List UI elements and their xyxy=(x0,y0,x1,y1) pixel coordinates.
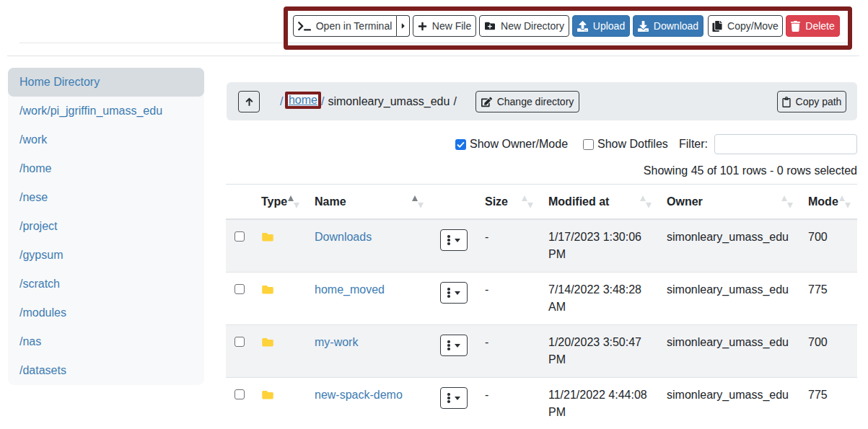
path-breadcrumb-bar: / home / simonleary_umass_edu / Change d… xyxy=(227,82,857,120)
sidebar-item-scratch[interactable]: /scratch xyxy=(8,270,204,298)
column-header-actions xyxy=(430,185,476,220)
file-row: Downloads - 1/17/2023 1:30:06 PM simonle… xyxy=(226,219,857,273)
copy-path-button[interactable]: Copy path xyxy=(777,91,846,112)
file-size: - xyxy=(485,283,488,296)
filter-input[interactable] xyxy=(714,134,857,154)
sidebar-item-modules[interactable]: /modules xyxy=(8,298,204,327)
sidebar-item-datasets[interactable]: /datasets xyxy=(8,356,204,385)
copy-move-label: Copy/Move xyxy=(727,21,779,31)
column-header-name[interactable]: Name xyxy=(306,185,430,220)
row-actions-menu-button[interactable] xyxy=(440,335,468,356)
sidebar-item-nese[interactable]: /nese xyxy=(8,183,204,212)
file-mode: 700 xyxy=(808,231,828,243)
show-owner-mode-checkbox[interactable] xyxy=(455,139,466,150)
download-button[interactable]: Download xyxy=(633,15,703,37)
caret-down-icon xyxy=(455,344,460,348)
sort-arrows-icon xyxy=(839,195,851,208)
sidebar-item-project[interactable]: /project xyxy=(8,212,204,241)
file-mode: 700 xyxy=(808,336,828,348)
file-row: my-work - 1/20/2023 3:50:47 PM simonlear… xyxy=(226,325,857,378)
ellipsis-vertical-icon xyxy=(447,288,450,298)
file-mode: 775 xyxy=(808,389,828,401)
delete-button[interactable]: Delete xyxy=(786,15,840,37)
filter-label: Filter: xyxy=(679,138,708,151)
breadcrumb-separator: / xyxy=(321,95,324,108)
change-directory-button[interactable]: Change directory xyxy=(475,91,579,112)
clipboard-icon xyxy=(782,97,791,107)
download-icon xyxy=(638,21,649,32)
row-actions-menu-button[interactable] xyxy=(440,282,468,304)
new-directory-label: New Directory xyxy=(501,21,564,31)
annotation-box-home: home xyxy=(285,92,321,109)
file-modified-at: 1/20/2023 3:50:47 PM xyxy=(548,334,649,368)
open-in-terminal-label: Open in Terminal xyxy=(316,21,393,31)
column-header-owner[interactable]: Owner xyxy=(658,185,799,220)
favorites-sidebar: Home Directory/work/pi_jgriffin_umass_ed… xyxy=(8,68,204,385)
sidebar-item-work[interactable]: /work xyxy=(8,125,204,154)
file-modified-at: 1/17/2023 1:30:06 PM xyxy=(548,229,649,263)
table-status-summary: Showing 45 of 101 rows - 0 rows selected xyxy=(226,164,857,177)
row-select-checkbox[interactable] xyxy=(234,231,245,242)
caret-down-icon xyxy=(455,397,460,400)
horizontal-rule xyxy=(7,56,859,56)
breadcrumb-home-link[interactable]: home xyxy=(289,94,317,107)
show-owner-mode-label: Show Owner/Mode xyxy=(470,138,568,151)
file-row: new-spack-demo - 11/21/2022 4:44:08 PM s… xyxy=(226,378,857,429)
column-header-type[interactable]: Type xyxy=(253,185,306,220)
row-actions-menu-button[interactable] xyxy=(440,387,468,409)
file-size: - xyxy=(485,336,488,348)
files-app-page: Open in Terminal New File New Directory … xyxy=(0,0,868,429)
new-file-button[interactable]: New File xyxy=(413,15,476,37)
open-in-terminal-group: Open in Terminal xyxy=(293,15,410,37)
table-options-row: Show Owner/Mode Show Dotfiles Filter: xyxy=(226,134,857,154)
sidebar-item-home[interactable]: /home xyxy=(8,154,204,183)
sort-arrows-icon xyxy=(640,195,652,208)
file-owner: simonleary_umass_edu xyxy=(667,336,789,348)
show-dotfiles-option: Show Dotfiles xyxy=(583,134,668,154)
file-row: home_moved - 7/14/2022 3:48:28 AM simonl… xyxy=(226,273,857,325)
sidebar-item-nas[interactable]: /nas xyxy=(8,327,204,356)
delete-label: Delete xyxy=(805,21,834,31)
terminal-icon xyxy=(298,21,311,31)
show-dotfiles-label: Show Dotfiles xyxy=(597,138,668,151)
column-header-mode[interactable]: Mode xyxy=(799,185,857,220)
breadcrumb-trailing-slash: / xyxy=(453,95,456,108)
new-directory-button[interactable]: New Directory xyxy=(479,15,569,37)
file-size: - xyxy=(485,231,488,243)
sidebar-item-work-pi-jgriffin-umass-edu[interactable]: /work/pi_jgriffin_umass_edu xyxy=(8,97,204,125)
breadcrumb-root-slash[interactable]: / xyxy=(280,95,283,108)
file-name-link[interactable]: new-spack-demo xyxy=(315,389,403,401)
row-select-checkbox[interactable] xyxy=(234,284,245,294)
ellipsis-vertical-icon xyxy=(447,393,450,403)
open-in-terminal-caret-button[interactable] xyxy=(397,15,410,37)
open-in-terminal-button[interactable]: Open in Terminal xyxy=(293,15,397,37)
row-actions-menu-button[interactable] xyxy=(440,229,468,251)
file-name-link[interactable]: my-work xyxy=(315,336,358,348)
folder-icon xyxy=(261,337,274,348)
toolbar-bottom-border xyxy=(19,43,848,43)
column-header-size[interactable]: Size xyxy=(476,185,540,220)
folder-icon xyxy=(261,284,274,296)
file-owner: simonleary_umass_edu xyxy=(667,389,789,401)
row-select-checkbox[interactable] xyxy=(234,337,245,347)
column-header-modified-at[interactable]: Modified at xyxy=(540,185,658,220)
breadcrumb: / home / simonleary_umass_edu / xyxy=(280,82,457,120)
row-select-checkbox[interactable] xyxy=(234,389,245,399)
go-up-directory-button[interactable] xyxy=(238,91,260,112)
new-file-label: New File xyxy=(432,21,471,31)
file-owner: simonleary_umass_edu xyxy=(667,231,789,243)
plus-icon xyxy=(418,22,427,31)
show-dotfiles-checkbox[interactable] xyxy=(583,139,594,150)
sidebar-item-gypsum[interactable]: /gypsum xyxy=(8,241,204,270)
copy-move-button[interactable]: Copy/Move xyxy=(708,15,783,37)
sort-arrows-icon xyxy=(288,195,299,208)
arrow-up-icon xyxy=(244,97,255,107)
upload-button[interactable]: Upload xyxy=(572,15,630,37)
file-name-link[interactable]: Downloads xyxy=(315,231,372,243)
upload-icon xyxy=(577,21,588,32)
file-mode: 775 xyxy=(808,283,828,296)
sidebar-item-home-directory[interactable]: Home Directory xyxy=(8,68,204,97)
copy-icon xyxy=(712,21,722,32)
file-name-link[interactable]: home_moved xyxy=(315,283,385,296)
select-all-header xyxy=(226,185,253,220)
